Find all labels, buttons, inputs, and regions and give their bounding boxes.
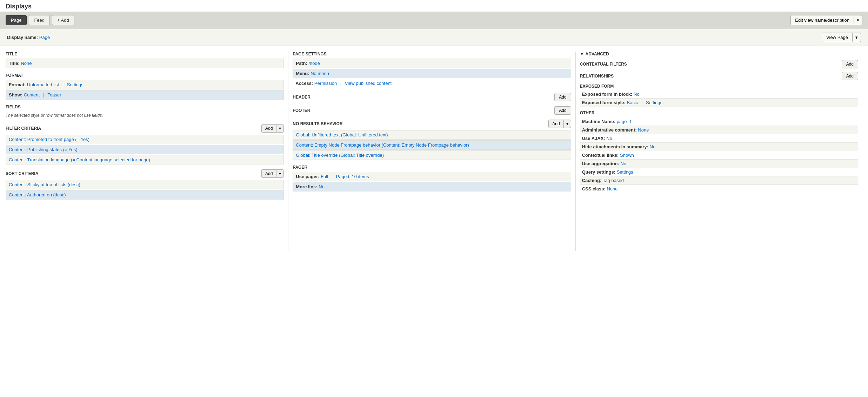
tab-add[interactable]: + Add: [52, 15, 74, 25]
other-contextual-links[interactable]: Shown: [620, 153, 634, 158]
title-section-header: TITLE: [6, 52, 284, 56]
exposed-form-header: EXPOSED FORM: [580, 84, 858, 89]
other-item-7: Caching: Tag based: [580, 176, 858, 185]
footer-section-header: FOOTER Add: [293, 106, 571, 115]
access-row: Access: Permission | View published cont…: [293, 79, 571, 88]
filter-criteria-section: FILTER CRITERIA Add ▾ Content: Promoted …: [6, 124, 284, 164]
title-section: TITLE Title: None: [6, 52, 284, 68]
main-content: TITLE Title: None FORMAT Format: Unforma…: [0, 46, 868, 256]
filter-item-0: Content: Promoted to front page (= Yes): [6, 135, 284, 144]
use-pager-value2[interactable]: Paged, 10 items: [336, 174, 369, 179]
other-item-5: Use aggregation: No: [580, 160, 858, 168]
sort-item-0: Content: Sticky at top of lists (desc): [6, 180, 284, 189]
middle-column: PAGE SETTINGS Path: /node Menu: No menu …: [288, 52, 575, 251]
access-value2[interactable]: View published content: [345, 81, 392, 86]
more-link-value[interactable]: No: [319, 184, 325, 189]
other-query-settings[interactable]: Settings: [617, 169, 633, 175]
other-item-4: Contextual links: Shown: [580, 151, 858, 160]
filter-add-dropdown[interactable]: ▾: [276, 124, 284, 133]
sort-add-dropdown[interactable]: ▾: [276, 169, 284, 178]
show-content-link[interactable]: Content: [24, 92, 40, 97]
exposed-form-style-value[interactable]: Basic: [627, 100, 638, 105]
page-settings-header: PAGE SETTINGS: [293, 52, 571, 56]
fields-section: FIELDS The selected style or row format …: [6, 105, 284, 119]
sort-add-group: Add ▾: [261, 169, 284, 178]
header-add-button[interactable]: Add: [554, 93, 571, 101]
pager-section-header: PAGER: [293, 165, 571, 170]
format-section: FORMAT Format: Unformatted list | Settin…: [6, 73, 284, 100]
view-page-dropdown[interactable]: ▾: [852, 33, 861, 42]
left-column: TITLE Title: None FORMAT Format: Unforma…: [6, 52, 288, 251]
fields-section-header: FIELDS: [6, 105, 284, 109]
more-link-row: More link: No: [293, 182, 571, 191]
no-results-add-button[interactable]: Add: [548, 120, 563, 128]
title-row: Title: None: [6, 59, 284, 68]
filter-add-button[interactable]: Add: [261, 124, 276, 133]
edit-view-group: Edit view name/description ▾: [790, 15, 862, 25]
other-hide-attachments[interactable]: No: [650, 144, 656, 149]
menu-value[interactable]: No menu: [311, 71, 329, 76]
access-value[interactable]: Permission: [314, 81, 337, 86]
other-item-1: Administrative comment: None: [580, 126, 858, 134]
display-name-label: Display name: Page: [7, 35, 50, 40]
filter-item-2: Content: Translation language (= Content…: [6, 155, 284, 164]
footer-add-button[interactable]: Add: [554, 106, 571, 115]
sort-criteria-header: SORT CRITERIA Add ▾: [6, 169, 284, 178]
format-value[interactable]: Unformatted list: [27, 82, 59, 87]
exposed-form-section: EXPOSED FORM Exposed form in block: No E…: [580, 84, 858, 107]
relationships-header: RELATIONSHIPS Add: [580, 72, 858, 80]
sort-add-button[interactable]: Add: [261, 169, 276, 178]
filter-criteria-header: FILTER CRITERIA Add ▾: [6, 124, 284, 133]
header-section: HEADER Add: [293, 93, 571, 101]
tab-group: Page Feed + Add: [6, 15, 74, 25]
sort-item-1: Content: Authored on (desc): [6, 190, 284, 200]
other-machine-name[interactable]: page_1: [617, 119, 632, 124]
other-section: OTHER Machine Name: page_1 Administrativ…: [580, 110, 858, 193]
no-results-add-dropdown[interactable]: ▾: [563, 120, 571, 128]
advanced-title: ▼ ADVANCED: [580, 52, 858, 56]
exposed-form-style-row: Exposed form style: Basic | Settings: [580, 99, 858, 107]
tab-page[interactable]: Page: [6, 15, 27, 25]
no-results-add-group: Add ▾: [548, 120, 571, 128]
other-use-aggregation[interactable]: No: [620, 161, 626, 166]
contextual-filters-section: CONTEXTUAL FILTERS Add: [580, 60, 858, 68]
other-caching[interactable]: Tag based: [603, 178, 624, 183]
page-title: Displays: [0, 0, 868, 12]
display-bar: Display name: Page View Page ▾: [0, 29, 868, 46]
other-item-0: Machine Name: page_1: [580, 117, 858, 126]
format-row: Format: Unformatted list | Settings: [6, 80, 284, 89]
use-pager-value[interactable]: Full: [321, 174, 328, 179]
show-row: Show: Content | Teaser: [6, 90, 284, 100]
format-section-header: FORMAT: [6, 73, 284, 78]
other-css-class[interactable]: None: [607, 186, 617, 191]
page-settings-section: PAGE SETTINGS Path: /node Menu: No menu …: [293, 52, 571, 88]
use-pager-row: Use pager: Full | Paged, 10 items: [293, 172, 571, 181]
no-results-item-1: Content: Empty Node Frontpage behavior (…: [293, 140, 571, 150]
sort-criteria-section: SORT CRITERIA Add ▾ Content: Sticky at t…: [6, 169, 284, 200]
menu-row: Menu: No menu: [293, 69, 571, 78]
view-page-button[interactable]: View Page: [822, 33, 852, 42]
no-results-header: NO RESULTS BEHAVIOR Add ▾: [293, 120, 571, 128]
exposed-form-style-settings[interactable]: Settings: [646, 100, 662, 105]
tab-feed[interactable]: Feed: [29, 15, 50, 25]
footer-section: FOOTER Add: [293, 106, 571, 115]
other-admin-comment[interactable]: None: [638, 127, 649, 133]
title-value[interactable]: None: [21, 61, 32, 66]
other-use-ajax[interactable]: No: [606, 136, 612, 141]
other-item-3: Hide attachments in summary: No: [580, 143, 858, 151]
contextual-filters-add-button[interactable]: Add: [842, 60, 858, 68]
relationships-section: RELATIONSHIPS Add: [580, 72, 858, 80]
no-results-section: NO RESULTS BEHAVIOR Add ▾ Global: Unfilt…: [293, 120, 571, 160]
display-name-value[interactable]: Page: [39, 35, 50, 40]
path-row: Path: /node: [293, 59, 571, 68]
show-teaser-link[interactable]: Teaser: [48, 92, 61, 97]
filter-item-1: Content: Publishing status (= Yes): [6, 145, 284, 154]
exposed-form-in-block-value[interactable]: No: [634, 92, 640, 97]
relationships-add-button[interactable]: Add: [842, 72, 858, 80]
edit-view-name-button[interactable]: Edit view name/description: [790, 15, 854, 25]
edit-view-name-dropdown[interactable]: ▾: [854, 15, 862, 25]
no-results-item-0: Global: Unfiltered text (Global: Unfilte…: [293, 130, 571, 140]
path-value[interactable]: /node: [308, 61, 320, 66]
exposed-form-in-block-row: Exposed form in block: No: [580, 90, 858, 99]
format-settings-link[interactable]: Settings: [67, 82, 84, 87]
